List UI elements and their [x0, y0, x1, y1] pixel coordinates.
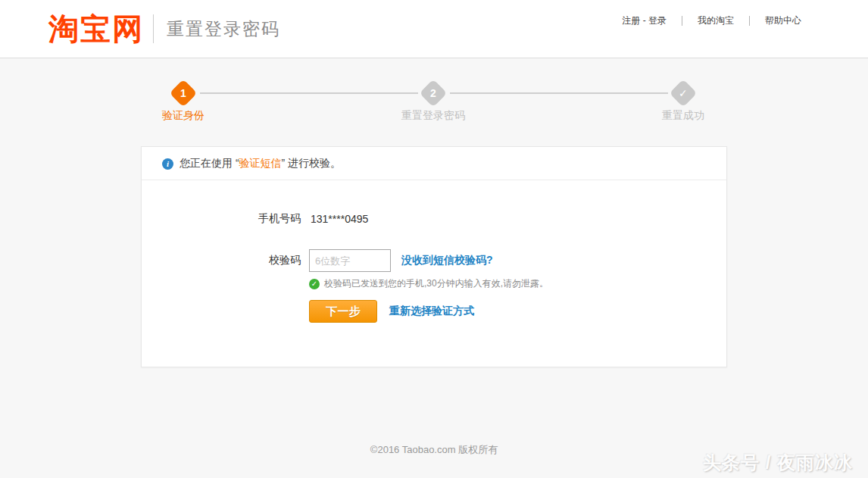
notice-prefix: 您正在使用 “	[180, 157, 239, 169]
nav-register-login[interactable]: 注册 - 登录	[622, 14, 667, 27]
step-1-number: 1	[180, 87, 186, 99]
step-connector-line	[450, 92, 668, 94]
phone-label: 手机号码	[142, 212, 301, 226]
phone-row: 手机号码 131****0495	[142, 212, 726, 226]
code-row: 校验码 没收到短信校验码?	[142, 249, 726, 272]
step-2-number: 2	[430, 87, 436, 99]
code-input[interactable]	[309, 249, 391, 272]
sent-message-row: ✓ 校验码已发送到您的手机,30分钟内输入有效,请勿泄露。	[309, 277, 726, 290]
notice-text: 您正在使用 “验证短信” 进行校验。	[180, 157, 341, 170]
check-icon: ✓	[679, 87, 688, 99]
step-1-label: 验证身份	[108, 109, 259, 123]
step-3-check-icon: ✓	[670, 80, 698, 108]
step-connector-line	[200, 92, 418, 94]
step-3-label: 重置成功	[607, 109, 759, 123]
next-button[interactable]: 下一步	[309, 300, 377, 323]
nav-help-center[interactable]: 帮助中心	[765, 14, 801, 27]
notice-row: i 您正在使用 “验证短信” 进行校验。	[142, 147, 726, 180]
step-1-badge: 1	[170, 80, 198, 108]
page-title: 重置登录密码	[167, 17, 280, 41]
taobao-logo[interactable]: 淘宝网	[48, 8, 144, 50]
verification-panel: i 您正在使用 “验证短信” 进行校验。 手机号码 131****0495 校验…	[141, 146, 727, 367]
brand: 淘宝网 重置登录密码	[48, 8, 280, 50]
code-label: 校验码	[142, 254, 301, 267]
no-sms-link[interactable]: 没收到短信校验码?	[401, 254, 493, 267]
info-icon: i	[162, 158, 173, 170]
notice-method: 验证短信	[239, 157, 282, 169]
watermark: 头条号 / 夜雨冰冰	[703, 451, 853, 475]
step-2-badge: 2	[420, 80, 448, 108]
actions-row: 下一步 重新选择验证方式	[309, 300, 726, 323]
nav-separator	[749, 16, 750, 26]
top-nav: 注册 - 登录 我的淘宝 帮助中心	[622, 14, 801, 27]
phone-value: 131****0495	[311, 213, 368, 225]
brand-divider	[153, 14, 154, 43]
sent-message: 校验码已发送到您的手机,30分钟内输入有效,请勿泄露。	[324, 277, 548, 290]
notice-suffix: ” 进行校验。	[282, 157, 342, 169]
step-indicator: 1 2 ✓ 验证身份 重置登录密码 重置成功	[141, 72, 727, 128]
step-2-label: 重置登录密码	[358, 109, 509, 123]
success-check-icon: ✓	[309, 279, 320, 289]
header: 淘宝网 重置登录密码 注册 - 登录 我的淘宝 帮助中心	[0, 0, 868, 58]
reselect-method-link[interactable]: 重新选择验证方式	[389, 305, 474, 318]
nav-separator	[682, 16, 682, 26]
nav-my-taobao[interactable]: 我的淘宝	[698, 14, 734, 27]
